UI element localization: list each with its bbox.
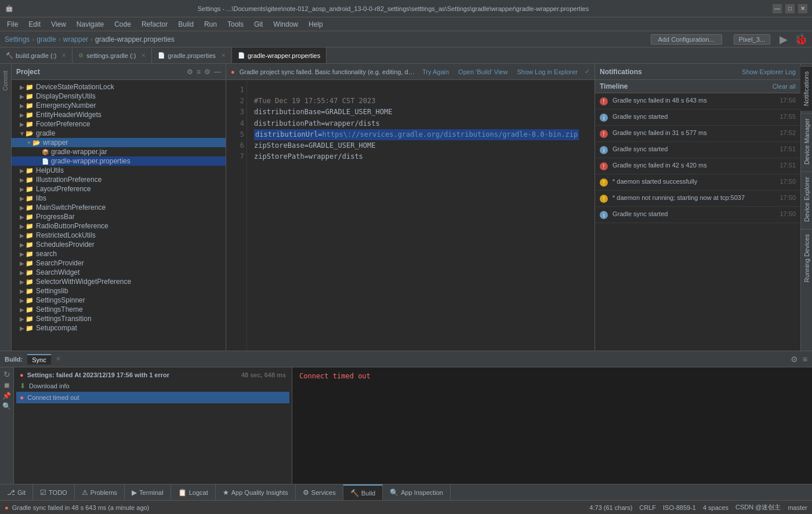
tree-item-devicestaterotationlock[interactable]: ▶ 📁 DeviceStateRotationLock xyxy=(12,82,226,92)
status-position[interactable]: 4:73 (61 chars) xyxy=(589,504,632,511)
menu-git[interactable]: Git xyxy=(249,19,267,30)
tree-arrow-settingslib[interactable]: ▶ xyxy=(19,288,26,294)
tree-item-settingsspinner[interactable]: ▶ 📁 SettingsSpinner xyxy=(12,296,226,305)
tab-gradle-wrapper-properties[interactable]: 📄 gradle-wrapper.properties xyxy=(232,48,327,63)
tree-arrow-settingsspinner[interactable]: ▶ xyxy=(19,297,26,304)
tree-item-gradle-wrapper-jar[interactable]: 📦 gradle-wrapper.jar xyxy=(12,147,226,156)
tree-arrow-gradle[interactable]: ▼ xyxy=(19,130,26,137)
tree-arrow-search[interactable]: ▶ xyxy=(19,251,26,257)
status-encoding[interactable]: ISO-8859-1 xyxy=(663,504,696,511)
build-item-download-info[interactable]: ⬇ Download info xyxy=(16,380,289,392)
device-selector[interactable]: Pixel_3... xyxy=(734,34,770,45)
tab-build[interactable]: 🔨 Build xyxy=(343,484,383,500)
build-item-connect-timed-out[interactable]: ● Connect timed out xyxy=(16,392,289,403)
menu-edit[interactable]: Edit xyxy=(24,19,45,30)
code-content[interactable]: #Tue Dec 19 17:55:47 CST 2023 distributi… xyxy=(247,80,594,351)
menu-navigate[interactable]: Navigate xyxy=(72,19,108,30)
tree-arrow-mainswitchpreference[interactable]: ▶ xyxy=(19,205,26,211)
menu-help[interactable]: Help xyxy=(304,19,328,30)
tree-item-footerpreference[interactable]: ▶ 📁 FooterPreference xyxy=(12,119,226,129)
tree-item-restrictedlockutils[interactable]: ▶ 📁 RestrictedLockUtils xyxy=(12,231,226,240)
menu-refactor[interactable]: Refactor xyxy=(137,19,172,30)
tree-item-schedulesprovider[interactable]: ▶ 📁 SchedulesProvider xyxy=(12,240,226,249)
tree-item-wrapper[interactable]: ▼ 📂 wrapper xyxy=(12,138,226,147)
tab-terminal[interactable]: ▶ Terminal xyxy=(125,484,171,500)
tree-item-entityheaderwidgets[interactable]: ▶ 📁 EntityHeaderWidgets xyxy=(12,110,226,119)
project-close-icon[interactable]: — xyxy=(214,68,221,76)
close-button[interactable]: ✕ xyxy=(798,4,807,13)
tab-build-gradle[interactable]: 🔨 build.gradle (:) ✕ xyxy=(0,48,72,63)
tree-arrow-illustrationpreference[interactable]: ▶ xyxy=(19,177,26,183)
minimize-button[interactable]: — xyxy=(773,4,782,13)
tree-arrow-layoutpreference[interactable]: ▶ xyxy=(19,186,26,192)
tree-arrow-entityheaderwidgets[interactable]: ▶ xyxy=(19,112,26,118)
tree-item-gradle[interactable]: ▼ 📂 gradle xyxy=(12,129,226,138)
right-tab-notifications[interactable]: Notifications xyxy=(800,66,813,111)
build-refresh-icon[interactable]: ↻ xyxy=(3,370,10,379)
tree-arrow-settingstransition[interactable]: ▶ xyxy=(19,316,26,322)
menu-view[interactable]: View xyxy=(46,19,71,30)
debug-button[interactable]: 🐞 xyxy=(795,33,807,46)
code-editor[interactable]: 1 2 3 4 5 6 7 #Tue Dec 19 17:55:47 CST 2… xyxy=(226,80,594,351)
right-tab-device-explorer[interactable]: Device Explorer xyxy=(801,172,813,227)
status-indent[interactable]: 4 spaces xyxy=(703,504,728,511)
tree-item-libs[interactable]: ▶ 📁 libs xyxy=(12,194,226,203)
tree-arrow-displaydensityutils[interactable]: ▶ xyxy=(19,93,26,100)
tree-item-settingstheme[interactable]: ▶ 📁 SettingsTheme xyxy=(12,305,226,314)
try-again-button[interactable]: Try Again xyxy=(422,68,449,75)
project-gear-icon[interactable]: ⚙ xyxy=(187,68,193,76)
window-controls[interactable]: — □ ✕ xyxy=(773,4,807,13)
tree-arrow-selectorwithwidgetpreference[interactable]: ▶ xyxy=(19,279,26,285)
menu-tools[interactable]: Tools xyxy=(223,19,248,30)
tree-arrow-footerpreference[interactable]: ▶ xyxy=(19,121,26,127)
status-line-ending[interactable]: CRLF xyxy=(639,504,656,511)
tree-arrow-devicestaterotationlock[interactable]: ▶ xyxy=(19,84,26,90)
tree-arrow-helputils[interactable]: ▶ xyxy=(19,167,26,174)
tree-arrow-setupcompat[interactable]: ▶ xyxy=(19,325,26,331)
tree-arrow-libs[interactable]: ▶ xyxy=(19,195,26,202)
build-search-icon[interactable]: 🔍 xyxy=(2,402,11,410)
breadcrumb-wrapper[interactable]: wrapper xyxy=(63,35,88,43)
tab-settings-gradle[interactable]: ⚙ settings.gradle (:) ✕ xyxy=(72,48,152,63)
close-tab-gradle-properties[interactable]: ✕ xyxy=(221,52,226,59)
show-log-explorer-button[interactable]: Show Log in Explorer xyxy=(517,68,578,75)
tree-item-displaydensityutils[interactable]: ▶ 📁 DisplayDensityUtils xyxy=(12,92,226,101)
tree-arrow-radiobuttonpreference[interactable]: ▶ xyxy=(19,223,26,229)
tree-item-selectorwithwidgetpreference[interactable]: ▶ 📁 SelectorWithWidgetPreference xyxy=(12,277,226,286)
left-sidebar-commit[interactable]: Commit xyxy=(2,71,9,90)
tab-gradle-properties[interactable]: 📄 gradle.properties ✕ xyxy=(152,48,232,63)
tree-item-radiobuttonpreference[interactable]: ▶ 📁 RadioButtonPreference xyxy=(12,221,226,231)
tree-item-layoutpreference[interactable]: ▶ 📁 LayoutPreference xyxy=(12,184,226,194)
maximize-button[interactable]: □ xyxy=(785,4,795,13)
menu-code[interactable]: Code xyxy=(110,19,136,30)
tree-item-helputils[interactable]: ▶ 📁 HelpUtils xyxy=(12,166,226,175)
tab-services[interactable]: ⚙ Services xyxy=(296,484,343,500)
breadcrumb-settings[interactable]: Settings xyxy=(5,35,30,43)
tree-item-mainswitchpreference[interactable]: ▶ 📁 MainSwitchPreference xyxy=(12,203,226,212)
sync-close-button[interactable]: ✕ xyxy=(56,355,61,363)
tree-item-settingstransition[interactable]: ▶ 📁 SettingsTransition xyxy=(12,314,226,323)
project-collapse-icon[interactable]: ≡ xyxy=(197,68,201,76)
right-tab-running-devices[interactable]: Running Devices xyxy=(801,229,813,287)
menu-run[interactable]: Run xyxy=(200,19,222,30)
right-tab-device-manager[interactable]: Device Manager xyxy=(801,113,813,169)
tab-problems[interactable]: ⚠ Problems xyxy=(75,484,125,500)
tab-app-quality-insights[interactable]: ★ App Quality Insights xyxy=(216,484,296,500)
tree-item-illustrationpreference[interactable]: ▶ 📁 IllustrationPreference xyxy=(12,175,226,184)
tab-todo[interactable]: ☑ TODO xyxy=(33,484,75,500)
build-pin-icon[interactable]: 📌 xyxy=(2,392,11,400)
tree-item-settingslib[interactable]: ▶ 📁 Settingslib xyxy=(12,286,226,296)
breadcrumb-gradle[interactable]: gradle xyxy=(37,35,56,43)
tree-item-emergencynumber[interactable]: ▶ 📁 EmergencyNumber xyxy=(12,101,226,110)
tree-arrow-progressbar[interactable]: ▶ xyxy=(19,214,26,220)
tab-git[interactable]: ⎇ Git xyxy=(0,484,33,500)
tab-logcat[interactable]: 📋 Logcat xyxy=(171,484,216,500)
show-explorer-log-button[interactable]: Show Explorer Log xyxy=(742,68,796,75)
menu-build[interactable]: Build xyxy=(173,19,198,30)
tree-arrow-schedulesprovider[interactable]: ▶ xyxy=(19,242,26,248)
tree-item-search[interactable]: ▶ 📁 search xyxy=(12,249,226,258)
tab-app-inspection[interactable]: 🔍 App Inspection xyxy=(383,484,451,500)
build-stop-icon[interactable]: ⏹ xyxy=(3,381,10,389)
tree-arrow-searchprovider[interactable]: ▶ xyxy=(19,260,26,267)
tree-arrow-emergencynumber[interactable]: ▶ xyxy=(19,103,26,109)
